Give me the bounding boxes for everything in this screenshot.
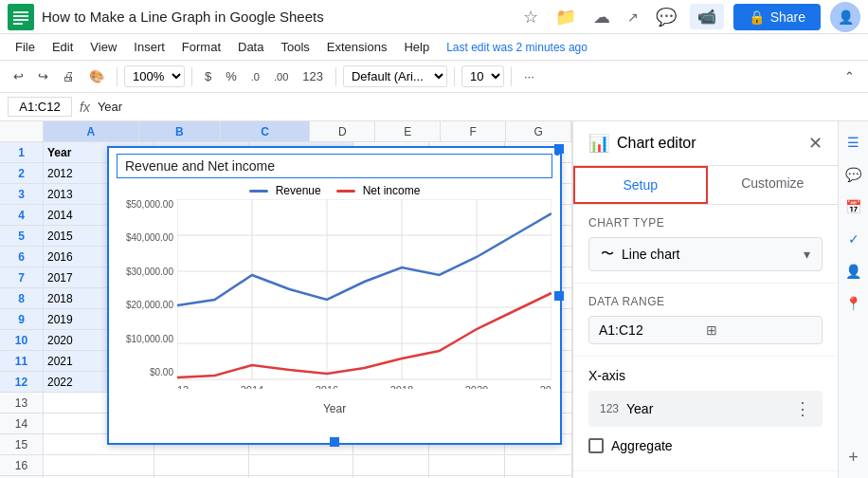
menu-view[interactable]: View xyxy=(82,37,124,57)
last-edit-text: Last edit was 2 minutes ago xyxy=(446,41,588,54)
chart-container[interactable]: Revenue and Net income Revenue Net incom… xyxy=(107,146,562,445)
chart-editor-header: 📊 Chart editor ✕ xyxy=(573,121,838,166)
more-options-button[interactable]: ··· xyxy=(518,66,540,86)
data-range-value[interactable]: A1:C12 xyxy=(599,322,706,338)
aggregate-checkbox[interactable] xyxy=(588,438,604,453)
avatar[interactable]: 👤 xyxy=(830,2,860,32)
chart-title-input[interactable]: Revenue and Net income xyxy=(117,154,552,178)
cell-f16[interactable] xyxy=(505,455,572,475)
decimal2-button[interactable]: .00 xyxy=(268,68,294,85)
cell-e16[interactable] xyxy=(429,455,505,475)
chart-legend: Revenue Net income xyxy=(109,184,560,197)
chart-type-label: Chart type xyxy=(588,216,823,230)
sidebar-maps-icon[interactable]: 📍 xyxy=(841,290,867,317)
legend-revenue: Revenue xyxy=(249,184,321,197)
row-num-11: 11 xyxy=(0,351,44,371)
line-chart-svg: 2012 2014 2016 2018 2020 2022 xyxy=(177,199,552,389)
comment-icon[interactable]: 💬 xyxy=(652,3,680,31)
sidebar-add-icon[interactable]: + xyxy=(841,444,867,470)
chart-svg-wrapper: $50,000.00 $40,000.00 $30,000.00 $20,000… xyxy=(109,199,560,389)
col-header-g[interactable]: G xyxy=(506,121,571,141)
data-range-table-icon[interactable]: ⊞ xyxy=(706,322,813,338)
cell-a16[interactable] xyxy=(44,455,154,475)
menu-insert[interactable]: Insert xyxy=(126,37,172,57)
trending-icon[interactable]: ↗ xyxy=(624,6,642,28)
right-sidebar: ☰ 💬 📅 ✓ 👤 📍 + xyxy=(838,121,868,478)
chart-type-dropdown[interactable]: 〜 Line chart ▾ xyxy=(588,237,823,271)
revenue-line xyxy=(177,213,552,305)
close-icon[interactable]: ✕ xyxy=(808,133,823,154)
cell-reference-input[interactable] xyxy=(8,97,72,117)
formula-content: Year xyxy=(98,100,860,114)
x-label-2018: 2018 xyxy=(390,384,413,389)
menu-edit[interactable]: Edit xyxy=(45,37,81,57)
svg-rect-1 xyxy=(13,11,28,13)
top-bar: How to Make a Line Graph in Google Sheet… xyxy=(0,0,868,34)
undo-button[interactable]: ↩ xyxy=(8,66,29,86)
currency-button[interactable]: $ xyxy=(199,66,217,86)
col-header-f[interactable]: F xyxy=(441,121,506,141)
decimal1-button[interactable]: .0 xyxy=(245,68,265,85)
menu-extensions[interactable]: Extensions xyxy=(319,37,395,57)
percent-button[interactable]: % xyxy=(220,66,243,86)
y-label-40k: $40,000.00 xyxy=(126,232,173,243)
col-header-c[interactable]: C xyxy=(221,121,311,141)
print-button[interactable]: 🖨 xyxy=(57,66,81,86)
cell-d16[interactable] xyxy=(353,455,429,475)
chart-editor-panel: 📊 Chart editor ✕ Setup Customize Chart t… xyxy=(572,121,838,478)
x-axis-options-icon[interactable]: ⋮ xyxy=(794,398,811,419)
paint-format-button[interactable]: 🎨 xyxy=(83,66,110,86)
cell-b16[interactable] xyxy=(154,455,249,475)
cell-c16[interactable] xyxy=(249,455,353,475)
sidebar-explore-icon[interactable]: ☰ xyxy=(841,129,867,156)
folder-icon[interactable]: 📁 xyxy=(552,3,580,31)
col-header-d[interactable]: D xyxy=(310,121,375,141)
sidebar-tasks-icon[interactable]: ✓ xyxy=(841,226,867,252)
data-range-section: Data range A1:C12 ⊞ xyxy=(573,284,838,357)
toolbar-separator-3 xyxy=(335,67,336,86)
chart-top-right-handle[interactable] xyxy=(554,144,564,154)
resize-handle-right-middle[interactable] xyxy=(554,291,564,301)
font-select[interactable]: Default (Ari... xyxy=(343,65,447,87)
row-num-14: 14 xyxy=(0,414,44,433)
meet-button[interactable]: 📹 xyxy=(690,4,724,29)
sidebar-chat-icon[interactable]: 💬 xyxy=(841,161,867,188)
redo-button[interactable]: ↪ xyxy=(32,66,54,86)
y-axis-labels: $50,000.00 $40,000.00 $30,000.00 $20,000… xyxy=(113,199,177,379)
share-button[interactable]: 🔒 Setup Share xyxy=(733,4,821,30)
main-area: A B C D E F G 1 Year Revenue Net income xyxy=(0,121,868,478)
tab-setup[interactable]: Setup xyxy=(573,166,708,204)
x-axis-section: X-axis 123 Year ⋮ Aggregate xyxy=(573,357,838,471)
chart-editor-icon: 📊 xyxy=(588,133,609,154)
sidebar-calendar-icon[interactable]: 📅 xyxy=(841,193,867,220)
menu-data[interactable]: Data xyxy=(230,37,271,57)
line-chart-icon: 〜 xyxy=(601,246,614,263)
menu-file[interactable]: File xyxy=(8,37,43,57)
menu-format[interactable]: Format xyxy=(174,37,228,57)
y-label-0: $0.00 xyxy=(150,367,173,377)
col-header-a[interactable]: A xyxy=(44,121,139,141)
col-header-b[interactable]: B xyxy=(139,121,221,141)
collapse-button[interactable]: ⌃ xyxy=(839,66,860,86)
dropdown-chevron-icon: ▾ xyxy=(804,247,810,262)
menu-help[interactable]: Help xyxy=(396,37,437,57)
tab-customize[interactable]: Customize xyxy=(708,166,839,204)
col-header-e[interactable]: E xyxy=(375,121,441,141)
chart-editor-title: Chart editor xyxy=(617,135,808,152)
toolbar: ↩ ↪ 🖨 🎨 100% $ % .0 .00 123 Default (Ari… xyxy=(0,61,868,93)
row-num-1: 1 xyxy=(0,142,44,162)
chart-type-section: Chart type 〜 Line chart ▾ xyxy=(573,205,838,284)
x-label-2012: 2012 xyxy=(177,384,189,389)
x-label-2020: 2020 xyxy=(465,384,488,389)
x-label-2016: 2016 xyxy=(316,384,338,389)
font-size-select[interactable]: 10 xyxy=(461,65,504,87)
zoom-select[interactable]: 100% xyxy=(124,65,185,87)
corner-cell xyxy=(0,121,44,141)
row-num-10: 10 xyxy=(0,330,44,350)
format123-button[interactable]: 123 xyxy=(297,66,329,86)
cloud-icon[interactable]: ☁ xyxy=(589,3,614,31)
resize-handle-bottom-left[interactable] xyxy=(330,437,339,447)
sidebar-contacts-icon[interactable]: 👤 xyxy=(841,258,867,285)
menu-tools[interactable]: Tools xyxy=(273,37,316,57)
star-icon[interactable]: ☆ xyxy=(519,3,542,31)
